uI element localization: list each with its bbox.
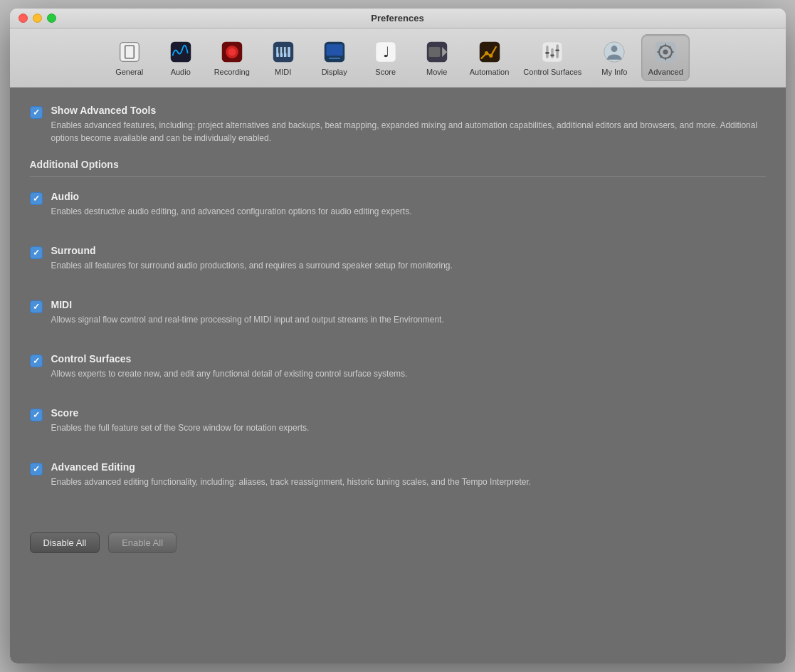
svg-point-34 [611,46,618,52]
traffic-lights [19,14,56,23]
show-advanced-tools-description: Enables advanced features, including: pr… [51,119,766,145]
options-list: Audio Enables destructive audio editing,… [30,191,766,503]
midi-icon [270,39,296,65]
score-icon: ♩ [373,39,399,65]
surround-option-label: Surround [51,245,453,256]
score-checkbox-wrapper [30,409,43,421]
toolbar-item-advanced[interactable]: Advanced [641,34,690,81]
svg-point-25 [489,54,493,58]
score-label: Score [375,68,396,76]
control-surfaces-label: Control Surfaces [523,68,581,76]
svg-point-24 [484,51,488,55]
audio-checkbox[interactable] [30,192,43,205]
midi-checkbox[interactable] [30,300,43,313]
audio-option-label: Audio [51,191,412,202]
svg-rect-28 [552,48,554,58]
disable-all-button[interactable]: Disable All [30,532,100,553]
advanced-editing-option-text: Advanced Editing Enables advanced editin… [51,461,532,488]
score-option: Score Enables the full feature set of th… [30,407,766,434]
svg-rect-17 [329,58,340,59]
svg-rect-32 [556,49,559,51]
audio-option-text: Audio Enables destructive audio editing,… [51,191,412,218]
midi-option: MIDI Allows signal flow control and real… [30,299,766,326]
advanced-editing-checkbox-wrapper [30,463,43,476]
advanced-label: Advanced [648,68,683,76]
show-advanced-tools-label: Show Advanced Tools [51,105,766,116]
toolbar-item-automation[interactable]: Automation [464,35,515,80]
midi-option-description: Allows signal flow control and real-time… [51,313,444,326]
advanced-editing-option-description: Enables advanced editing functionality, … [51,476,532,488]
toolbar-item-display[interactable]: Display [310,35,359,80]
control-surfaces-option: Control Surfaces Allows experts to creat… [30,353,766,380]
recording-label: Recording [214,68,250,76]
svg-rect-16 [331,56,337,58]
general-icon [117,39,142,65]
svg-point-37 [663,49,668,54]
show-advanced-tools-text: Show Advanced Tools Enables advanced fea… [51,105,766,145]
surround-option-text: Surround Enables all features for surrou… [51,245,453,272]
toolbar-item-movie[interactable]: Movie [413,35,461,80]
surround-checkbox[interactable] [30,246,43,259]
audio-option: Audio Enables destructive audio editing,… [30,191,766,218]
show-advanced-tools-checkbox-wrapper [30,106,43,119]
control-surfaces-checkbox-wrapper [30,355,43,367]
score-checkbox[interactable] [30,409,43,421]
recording-icon [219,39,245,65]
svg-rect-23 [479,42,499,62]
toolbar-item-general[interactable]: General [105,35,154,80]
additional-options-section: Additional Options Audio Enables destruc… [30,159,766,503]
section-divider [30,176,766,177]
movie-label: Movie [426,68,447,76]
toolbar: General Audio Recording [10,28,786,88]
footer-buttons: Disable All Enable All [30,524,766,567]
my-info-icon [601,39,627,65]
display-icon [322,39,347,65]
automation-icon [477,39,502,65]
svg-rect-13 [285,47,288,53]
show-advanced-tools-checkbox[interactable] [30,106,43,119]
control-surfaces-option-text: Control Surfaces Allows experts to creat… [51,353,408,380]
svg-rect-10 [288,47,290,57]
additional-options-title: Additional Options [30,159,766,170]
audio-checkbox-wrapper [30,192,43,205]
score-option-description: Enables the full feature set of the Scor… [51,421,310,434]
svg-rect-21 [428,47,440,57]
score-option-label: Score [51,407,310,419]
toolbar-item-recording[interactable]: Recording [208,35,256,80]
my-info-label: My Info [601,68,627,76]
maximize-button[interactable] [47,14,56,23]
svg-rect-11 [278,47,280,53]
toolbar-item-score[interactable]: ♩ Score [362,35,410,80]
midi-checkbox-wrapper [30,300,43,313]
toolbar-item-audio[interactable]: Audio [157,35,205,80]
window-title: Preferences [371,13,423,23]
toolbar-item-my-info[interactable]: My Info [590,35,638,80]
display-label: Display [322,68,347,76]
advanced-editing-option: Advanced Editing Enables advanced editin… [30,461,766,488]
svg-text:♩: ♩ [382,44,389,60]
advanced-icon [653,39,678,65]
toolbar-item-control-surfaces[interactable]: Control Surfaces [517,35,587,80]
automation-label: Automation [470,68,510,76]
preferences-window: Preferences General Audio [10,9,786,663]
control-surfaces-option-description: Allows experts to create new, and edit a… [51,367,408,380]
advanced-editing-option-label: Advanced Editing [51,461,532,473]
toolbar-item-midi[interactable]: MIDI [259,35,307,80]
content-area: Show Advanced Tools Enables advanced fea… [10,88,786,663]
svg-rect-31 [551,55,554,57]
surround-option: Surround Enables all features for surrou… [30,245,766,272]
audio-option-description: Enables destructive audio editing, and a… [51,205,412,218]
audio-icon [168,39,194,65]
general-label: General [115,68,143,76]
control-surfaces-checkbox[interactable] [30,355,43,367]
advanced-editing-checkbox[interactable] [30,463,43,476]
svg-rect-30 [546,52,549,54]
show-advanced-tools-option: Show Advanced Tools Enables advanced fea… [30,105,766,145]
movie-icon [424,39,450,65]
surround-checkbox-wrapper [30,246,43,259]
midi-option-text: MIDI Allows signal flow control and real… [51,299,444,326]
control-surfaces-icon [539,39,565,65]
enable-all-button[interactable]: Enable All [108,532,177,553]
minimize-button[interactable] [33,14,42,23]
close-button[interactable] [19,14,28,23]
